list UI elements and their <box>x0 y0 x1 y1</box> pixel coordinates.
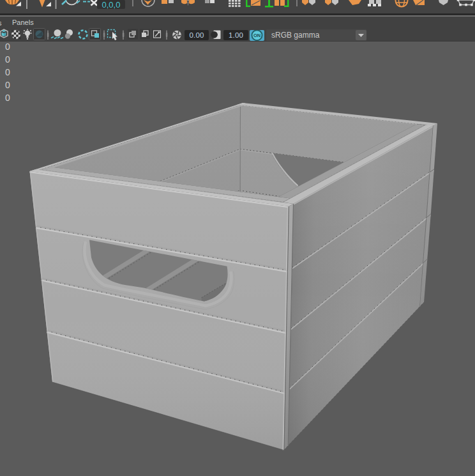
svg-text:0,0,0: 0,0,0 <box>102 0 121 10</box>
svg-text:ON: ON <box>253 33 260 38</box>
